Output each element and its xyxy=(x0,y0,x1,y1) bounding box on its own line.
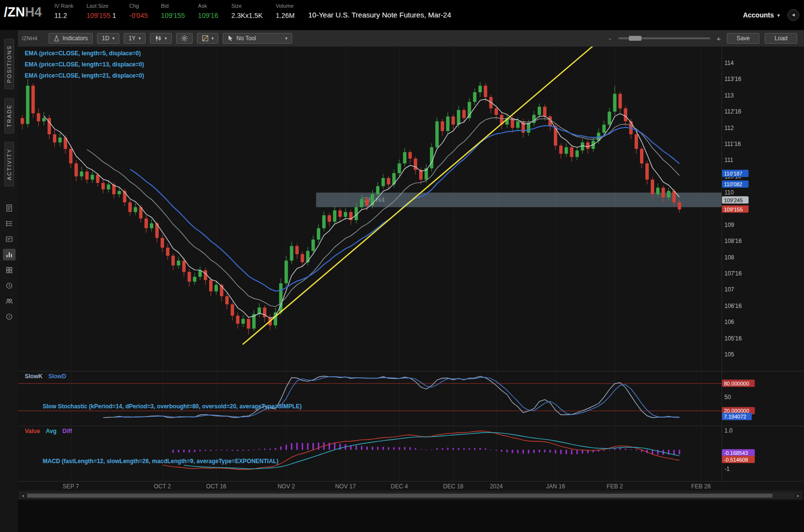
svg-text:OCT 16: OCT 16 xyxy=(206,483,227,490)
chart-icon[interactable] xyxy=(3,249,16,260)
drawing-tool-dropdown[interactable]: No Tool ▾ xyxy=(223,33,292,44)
svg-text:110'082: 110'082 xyxy=(724,181,742,187)
svg-text:109: 109 xyxy=(724,222,734,228)
help-icon[interactable]: ? xyxy=(3,311,16,322)
chevron-down-icon: ▾ xyxy=(164,36,167,41)
candlestick-style-icon xyxy=(155,35,162,42)
svg-text:107: 107 xyxy=(724,286,734,293)
svg-text:110'187: 110'187 xyxy=(724,171,742,177)
accounts-menu[interactable]: Accounts ▾ xyxy=(743,11,780,19)
svg-text:109'155: 109'155 xyxy=(724,207,743,212)
history-clock-icon[interactable] xyxy=(3,280,16,291)
svg-text:7.194072: 7.194072 xyxy=(724,414,746,419)
community-icon[interactable] xyxy=(3,295,16,307)
chevron-down-icon: ▾ xyxy=(777,13,780,18)
svg-text:114: 114 xyxy=(724,60,734,66)
drawing-set-icon xyxy=(202,35,209,42)
svg-text:-0.168543: -0.168543 xyxy=(724,450,748,456)
svg-text:113: 113 xyxy=(724,92,734,99)
news-document-icon[interactable] xyxy=(3,202,16,214)
zoom-out-button[interactable]: - xyxy=(607,34,613,43)
svg-text:107'16: 107'16 xyxy=(724,270,742,277)
svg-text:OCT 2: OCT 2 xyxy=(154,483,171,490)
range-dropdown[interactable]: 1Y ▾ xyxy=(124,33,146,44)
chart-settings-button[interactable] xyxy=(176,33,193,44)
symbol-display: /ZNH4 xyxy=(0,0,54,20)
svg-text:-0.514608: -0.514608 xyxy=(724,457,748,463)
chart-area: 114113'16113112'16112111'16111110'161101… xyxy=(18,47,804,532)
trading-platform-window: /ZNH4 IV Rank 11.2 Last Size 109'155 1 C… xyxy=(0,0,804,532)
symbol-field[interactable]: /ZNH4 xyxy=(22,35,44,41)
svg-text:111'16: 111'16 xyxy=(724,141,741,147)
chevron-down-icon: ▾ xyxy=(285,36,288,41)
macd-study: 1.0-1-0.168543-0.514608 xyxy=(163,427,755,472)
chevron-down-icon: ▾ xyxy=(139,36,141,41)
svg-text:106'16: 106'16 xyxy=(724,303,742,309)
svg-text:FEB 2: FEB 2 xyxy=(607,483,623,490)
svg-text:DEC 4: DEC 4 xyxy=(391,483,408,490)
stat-iv-rank: IV Rank 11.2 xyxy=(54,3,73,19)
svg-text:?: ? xyxy=(8,315,10,319)
svg-text:109'245: 109'245 xyxy=(724,197,743,203)
chart-canvas[interactable]: 114113'16113112'16112111'16111110'161101… xyxy=(18,47,804,532)
svg-text:SEP 7: SEP 7 xyxy=(63,483,79,490)
svg-text:NOV 2: NOV 2 xyxy=(278,483,295,490)
scrollbar-thumb[interactable] xyxy=(27,494,772,498)
aggregation-dropdown[interactable]: 1D ▾ xyxy=(97,33,119,44)
quote-header: /ZNH4 IV Rank 11.2 Last Size 109'155 1 C… xyxy=(0,0,804,30)
scroll-right-button[interactable]: ▸ xyxy=(795,493,802,499)
svg-text:NOV 17: NOV 17 xyxy=(335,483,356,490)
svg-text:105: 105 xyxy=(724,351,734,358)
symbol-suffix: H4 xyxy=(25,5,42,19)
drawing-set-dropdown[interactable]: ▾ xyxy=(197,33,219,44)
chart-horizontal-scrollbar[interactable]: ◂ ▸ xyxy=(19,492,802,499)
tab-trade[interactable]: TRADE xyxy=(4,98,14,133)
svg-text:111: 111 xyxy=(724,157,734,163)
chevron-down-icon: ▾ xyxy=(212,36,214,41)
zoom-in-button[interactable]: + xyxy=(716,34,722,43)
svg-text:106: 106 xyxy=(724,319,734,325)
order-ticket-icon[interactable] xyxy=(3,233,16,245)
gadget-icons: ? xyxy=(3,202,16,322)
load-button[interactable]: Load xyxy=(765,33,797,44)
stochastic-study: 5080.00000020.0000007.194072 xyxy=(18,376,755,420)
svg-text:108: 108 xyxy=(724,254,734,261)
zoom-slider-thumb[interactable] xyxy=(629,36,641,41)
svg-text:DEC 18: DEC 18 xyxy=(443,483,463,490)
svg-text:105'16: 105'16 xyxy=(724,335,742,342)
svg-text:110: 110 xyxy=(724,189,734,196)
stat-change: Chg -0'045 xyxy=(129,3,148,19)
toolbar-right-group: - + Save Load xyxy=(607,33,800,44)
tab-positions[interactable]: POSITIONS xyxy=(4,39,14,89)
collapse-panel-button[interactable]: ◂ xyxy=(788,9,799,21)
scroll-left-button[interactable]: ◂ xyxy=(19,493,26,499)
svg-text:112: 112 xyxy=(724,125,734,131)
svg-text:113'16: 113'16 xyxy=(724,76,741,82)
chart-style-dropdown[interactable]: ▾ xyxy=(150,33,172,44)
stat-volume: Volume 1.26M xyxy=(276,3,295,19)
stat-ask: Ask 109'16 xyxy=(198,3,218,19)
scrollbar-track[interactable] xyxy=(26,493,795,498)
grid-gadgets-icon[interactable] xyxy=(3,264,16,276)
svg-text:-1: -1 xyxy=(724,466,730,472)
zoom-slider[interactable] xyxy=(618,37,710,39)
symbol-root: /ZN xyxy=(4,5,25,19)
svg-text:1.0: 1.0 xyxy=(724,427,733,434)
bottom-spacer xyxy=(18,500,804,532)
save-button[interactable]: Save xyxy=(727,33,759,44)
svg-text:2024: 2024 xyxy=(490,483,503,490)
chevron-down-icon: ▾ xyxy=(112,36,115,41)
indicators-button[interactable]: Indicators xyxy=(49,33,93,44)
watchlist-icon[interactable] xyxy=(3,218,16,229)
stat-size: Size 2.3Kx1.5K xyxy=(231,3,263,19)
chart-panel: /ZNH4 Indicators 1D ▾ 1Y ▾ ▾ xyxy=(18,30,804,532)
tab-activity[interactable]: ACTIVITY xyxy=(4,142,14,187)
svg-text:112'16: 112'16 xyxy=(724,108,741,115)
chart-grid: 114113'16113112'16112111'16111110'161101… xyxy=(18,47,803,491)
cursor-icon xyxy=(228,35,233,42)
left-sidebar: POSITIONS TRADE ACTIVITY xyxy=(0,30,18,532)
svg-text:108'16: 108'16 xyxy=(724,238,742,244)
stat-last-size: Last Size 109'155 1 xyxy=(86,3,116,19)
stat-bid: Bid 109'155 xyxy=(161,3,185,19)
instrument-title: 10-Year U.S. Treasury Note Futures, Mar-… xyxy=(308,0,451,19)
